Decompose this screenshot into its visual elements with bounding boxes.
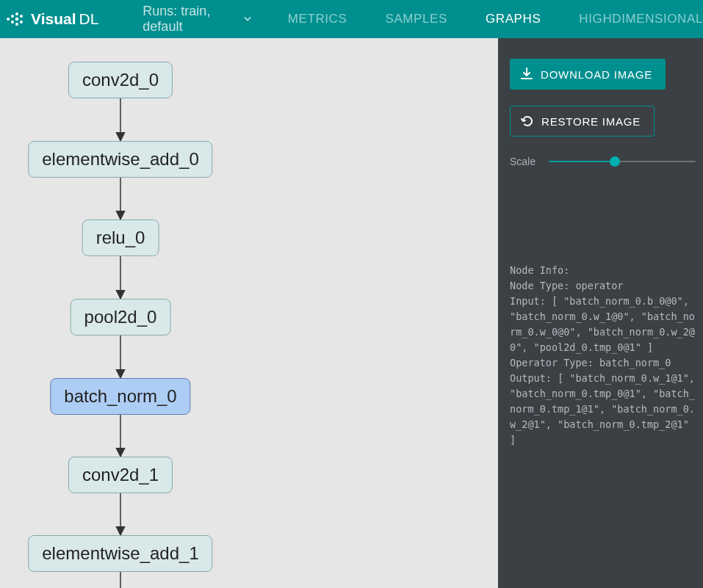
scale-slider[interactable] <box>549 156 696 167</box>
svg-point-0 <box>7 18 10 21</box>
main-body: conv2d_0 elementwise_add_0 relu_0 pool2d… <box>0 38 703 588</box>
brand-text-visual: Visual <box>31 10 76 28</box>
graph-node-conv2d-1[interactable]: conv2d_1 <box>68 457 173 493</box>
graph-node-elementwise-add-1[interactable]: elementwise_add_1 <box>28 535 212 572</box>
brand-text-dl: DL <box>79 10 98 28</box>
graph-node-elementwise-add-0[interactable]: elementwise_add_0 <box>28 141 212 178</box>
scale-label: Scale <box>510 156 536 167</box>
chevron-down-icon <box>244 16 251 22</box>
graph-canvas[interactable]: conv2d_0 elementwise_add_0 relu_0 pool2d… <box>0 38 498 588</box>
tab-highdimensional[interactable]: HIGHDIMENSIONAL <box>579 12 703 26</box>
graph-node-batch-norm-0[interactable]: batch_norm_0 <box>50 378 190 415</box>
restore-image-button[interactable]: RESTORE IMAGE <box>510 106 655 137</box>
tab-graphs[interactable]: GRAPHS <box>486 12 541 26</box>
tab-metrics[interactable]: METRICS <box>288 12 347 26</box>
slider-track-filled <box>549 161 615 162</box>
scale-row: Scale <box>510 156 696 167</box>
brand-logo: Visual DL <box>6 10 98 28</box>
svg-point-7 <box>20 21 23 23</box>
svg-point-3 <box>15 12 18 15</box>
runs-dropdown[interactable]: Runs: train, default <box>143 4 250 35</box>
svg-point-1 <box>11 15 14 18</box>
graph-node-relu-0[interactable]: relu_0 <box>82 219 159 256</box>
top-header: Visual DL Runs: train, default METRICS S… <box>0 0 703 38</box>
brand-icon <box>6 11 25 27</box>
restore-icon <box>521 115 534 128</box>
runs-label: Runs: train, default <box>143 4 234 35</box>
download-icon <box>520 68 533 81</box>
svg-point-6 <box>20 15 23 18</box>
slider-track-rest <box>615 161 696 162</box>
download-image-label: DOWNLOAD IMAGE <box>541 68 652 81</box>
svg-point-4 <box>15 18 19 21</box>
svg-point-5 <box>15 23 18 26</box>
download-image-button[interactable]: DOWNLOAD IMAGE <box>510 59 666 90</box>
slider-thumb[interactable] <box>610 156 620 167</box>
graph-node-conv2d-0[interactable]: conv2d_0 <box>68 62 173 98</box>
side-panel: DOWNLOAD IMAGE RESTORE IMAGE Scale Node … <box>498 38 703 588</box>
restore-image-label: RESTORE IMAGE <box>541 115 641 128</box>
svg-point-2 <box>11 21 14 23</box>
node-info-panel: Node Info: Node Type: operator Input: [ … <box>510 263 696 448</box>
tab-samples[interactable]: SAMPLES <box>385 12 447 26</box>
graph-node-pool2d-0[interactable]: pool2d_0 <box>71 299 171 335</box>
